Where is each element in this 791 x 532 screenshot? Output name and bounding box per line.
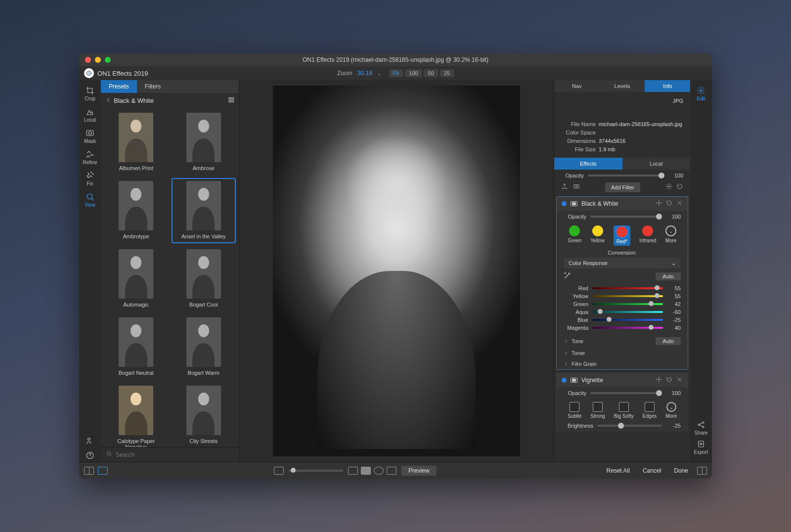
search-input[interactable] [116,451,234,458]
mask-thumbnail-icon[interactable] [571,201,577,206]
close-icon[interactable] [676,199,683,208]
local-tool-button[interactable]: Local [80,105,100,125]
section-film-grain[interactable]: Film Grain [557,358,688,369]
preview-button[interactable]: Preview [401,466,437,476]
zoom-window-button[interactable] [105,57,111,63]
dual-view-button[interactable] [84,467,94,475]
fix-tool-button[interactable]: Fix [80,169,100,188]
channel-slider[interactable] [592,295,663,297]
preset-item[interactable]: Calotype Paper Negative [104,383,169,447]
swatch-red[interactable]: Red* [614,225,630,246]
vignette-brightness-slider[interactable] [597,425,662,427]
canvas-area[interactable] [239,80,554,462]
add-filter-button[interactable]: Add Filter [605,182,640,192]
reset-icon[interactable] [666,376,672,385]
magic-wand-icon[interactable] [564,271,571,281]
gear-icon[interactable] [656,199,662,208]
filter-enable-toggle[interactable] [562,378,567,383]
cancel-button[interactable]: Cancel [639,466,665,476]
section-tone[interactable]: ToneAuto [557,335,688,348]
preset-category-label[interactable]: Black & White [114,97,154,104]
tab-info[interactable]: Info [645,80,690,92]
vignette-style-subtle[interactable]: Subtle [568,402,581,419]
channel-slider[interactable] [592,287,663,289]
vignette-style-strong[interactable]: Strong [590,402,605,419]
tab-local[interactable]: Local [622,158,691,170]
grid-view-icon[interactable] [228,96,235,105]
swatch-green[interactable]: Green [568,225,582,246]
preset-item[interactable]: Ambrose [172,110,236,175]
filter-enable-toggle[interactable] [562,201,567,206]
channel-slider[interactable] [592,303,663,305]
preset-item[interactable]: Bogart Warm [172,314,236,380]
conversion-select[interactable]: Color Response ⌄ [564,258,681,268]
view-option-4-icon[interactable] [387,467,396,475]
refine-tool-button[interactable]: Refine [80,148,100,167]
bw-opacity-slider[interactable] [590,216,662,218]
tab-levels[interactable]: Levels [600,80,645,92]
preset-label: Calotype Paper Negative [107,438,166,447]
preset-thumbnail [186,317,221,367]
vignette-opacity-slider[interactable] [590,392,662,394]
zoom-slider[interactable] [289,470,343,472]
preset-item[interactable]: Automagic [104,246,169,311]
mask-thumbnail-icon[interactable] [571,378,577,383]
share-button[interactable]: Share [691,418,711,438]
zoom-fit-button[interactable]: Fit [389,69,403,77]
back-icon[interactable] [105,96,112,105]
view-option-2-icon[interactable] [361,467,371,475]
preset-item[interactable]: Bogart Neutral [104,314,169,380]
zoom-25-button[interactable]: 25 [440,69,454,77]
panel-toggle-button[interactable] [697,467,707,475]
swatch-yellow[interactable]: Yellow [590,225,605,246]
auto-button[interactable]: Auto [656,337,681,345]
preset-item[interactable]: Ambrotype [104,178,169,243]
zoom-100-button[interactable]: 100 [405,69,422,77]
preset-list[interactable]: Albumen PrintAmbroseAmbrotypeAnsel in th… [101,108,239,447]
help-icon[interactable] [80,449,100,462]
gear-icon[interactable] [665,183,672,192]
preset-item[interactable]: Ansel in the Valley [172,178,236,243]
section-toner[interactable]: Toner [557,348,688,358]
channel-slider[interactable] [592,327,663,329]
close-window-button[interactable] [85,57,91,63]
compare-square-icon[interactable] [274,467,284,475]
single-view-button[interactable] [98,467,108,475]
done-button[interactable]: Done [670,466,692,476]
vignette-style-edges[interactable]: Edges [643,402,657,419]
tab-nav[interactable]: Nav [554,80,600,92]
reset-icon[interactable] [676,183,683,192]
view-option-1-icon[interactable] [348,467,358,475]
crop-tool-button[interactable]: Crop [80,84,100,103]
swatch-infrared[interactable]: Infrared [639,225,656,246]
global-opacity-slider[interactable] [588,175,664,177]
channel-slider[interactable] [592,319,663,321]
preset-item[interactable]: Albumen Print [104,110,169,175]
swatch-more[interactable]: ⌄More [665,225,677,246]
mask-tool-button[interactable]: Mask [80,127,100,146]
edit-mode-button[interactable]: Edit [691,84,711,103]
tab-effects[interactable]: Effects [554,158,622,170]
zoom-value[interactable]: 30.18 [357,70,372,77]
chevron-down-icon[interactable]: ⌄ [377,71,381,76]
gear-icon[interactable] [656,376,662,385]
tab-presets[interactable]: Presets [101,80,137,93]
minimize-window-button[interactable] [95,57,101,63]
vignette-style-more[interactable]: ⌄More [665,402,677,419]
view-option-3-icon[interactable] [374,467,384,475]
auto-button[interactable]: Auto [656,272,681,280]
zoom-50-button[interactable]: 50 [424,69,438,77]
vignette-style-big-softy[interactable]: Big Softy [614,402,634,419]
reset-icon[interactable] [666,199,672,208]
channel-slider[interactable] [592,311,663,313]
export-icon[interactable] [561,183,568,192]
reset-all-button[interactable]: Reset All [603,466,634,476]
export-button[interactable]: Export [691,438,711,457]
compare-icon[interactable] [80,434,100,447]
mask-icon[interactable] [573,183,580,192]
view-tool-button[interactable]: View [80,190,100,210]
preset-item[interactable]: City Streets [172,383,236,447]
preset-item[interactable]: Bogart Cool [172,246,236,311]
close-icon[interactable] [676,376,683,385]
tab-filters[interactable]: Filters [137,80,169,93]
